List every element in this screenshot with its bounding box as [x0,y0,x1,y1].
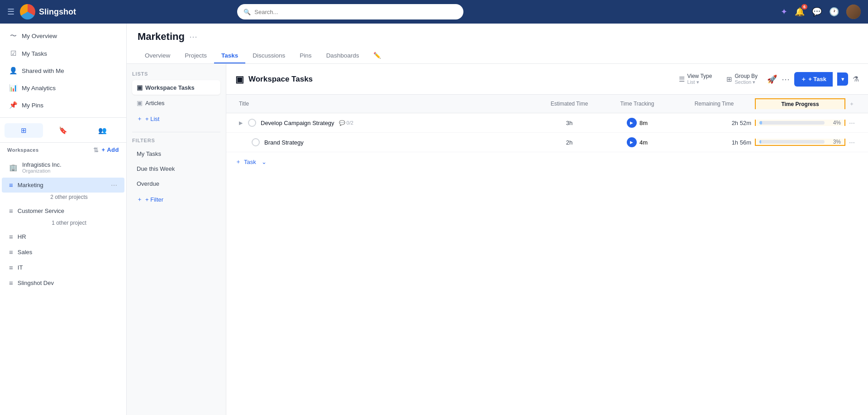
tasks-icon: ☑ [9,49,17,58]
tasks-list-icon: ▣ [235,74,244,85]
filter-due-this-week[interactable]: Due this Week [132,162,220,176]
marketing-other-projects[interactable]: 2 other projects [0,193,126,203]
filter-my-tasks[interactable]: My Tasks [132,147,220,161]
filters-section-title: FILTERS [132,138,220,143]
sort-icon[interactable]: ⇅ [93,146,99,154]
layers-icon: ≡ [9,248,13,256]
ws-item-slingshot-dev[interactable]: ≡ Slingshot Dev ⋯ [2,275,124,290]
add-list-button[interactable]: ＋ + List [132,111,220,126]
main-content: LISTS ▣ Workspace Tasks ⋯ ▣ Articles ⋯ ＋… [127,64,868,415]
group-icon: ⊞ [726,75,732,83]
ws-item-sales[interactable]: ≡ Sales ⋯ [2,245,124,260]
tab-projects[interactable]: Projects [177,48,214,63]
ws-tab-people[interactable]: 👥 [83,123,122,138]
sidebar-item-my-pins[interactable]: 📌 My Pins [0,97,126,114]
notification-badge: 6 [801,4,807,10]
view-type-btn[interactable]: ☰ View Type List ▾ [674,70,717,88]
more-options-icon[interactable]: ⋯ [782,74,790,84]
sidebar-item-label: My Analytics [22,85,56,92]
tasks-toolbar: ▣ Workspace Tasks ☰ View Type List ▾ [226,64,868,95]
sidebar-item-my-tasks[interactable]: ☑ My Tasks [0,45,126,62]
list-item-workspace-tasks[interactable]: ▣ Workspace Tasks ⋯ [132,80,220,95]
ws-tab-layers[interactable]: ⊞ [5,123,43,138]
play-button[interactable]: ▶ [627,137,637,147]
list-item-articles[interactable]: ▣ Articles ⋯ [132,96,220,110]
td-estimated-1: 3h [538,120,601,126]
ws-item-it[interactable]: ≡ IT ⋯ [2,260,124,275]
sidebar-item-my-analytics[interactable]: 📊 My Analytics [0,79,126,97]
sidebar-nav: 〜 My Overview ☑ My Tasks 👤 Shared with M… [0,24,126,118]
avatar[interactable] [846,5,861,19]
ws-item-marketing[interactable]: ≡ Marketing ⋯ [2,178,124,193]
content-area: Marketing ⋯ Overview Projects Tasks Disc… [127,24,868,415]
hamburger-icon[interactable]: ☰ [7,7,14,17]
notification-icon[interactable]: 🔔 6 [795,7,805,17]
play-button[interactable]: ▶ [627,118,637,128]
ws-item-infragistics[interactable]: 🏢 Infragistics Inc. Organization ⋯ [2,158,124,177]
rocket-icon[interactable]: 🚀 [767,74,777,84]
th-time-tracking: Time Tracking [601,101,673,107]
ws-tab-bookmark[interactable]: 🔖 [44,123,82,138]
th-time-progress: Time Progress [755,98,845,109]
tab-discussions[interactable]: Discussions [245,48,292,63]
tab-overview[interactable]: Overview [138,48,177,63]
filter-overdue[interactable]: Overdue [132,177,220,191]
chevron-down-icon[interactable]: ⌄ [262,159,267,165]
ws-item-customer-service[interactable]: ≡ Customer Service ⋯ [2,203,124,218]
expand-icon[interactable]: ▶ [239,120,243,126]
edit-icon[interactable]: ✏️ [366,48,388,63]
add-task-label: + Task [808,76,826,82]
th-add[interactable]: ＋ [845,100,859,108]
view-type-icon: ☰ [679,75,685,83]
layers-icon: ≡ [9,181,13,189]
tab-tasks[interactable]: Tasks [214,48,245,63]
page-tabs: Overview Projects Tasks Discussions Pins… [138,48,857,63]
tracking-time: 4m [639,139,648,146]
add-task-dropdown-btn[interactable]: ▾ [837,72,848,86]
page-more-icon[interactable]: ⋯ [189,32,197,42]
lists-panel: LISTS ▣ Workspace Tasks ⋯ ▣ Articles ⋯ ＋… [127,64,226,415]
more-icon[interactable]: ⋯ [111,182,117,189]
sparkle-icon[interactable]: ✦ [781,7,787,17]
sidebar-item-label: My Tasks [22,50,47,57]
td-progress-2: 3% [755,139,845,146]
add-task-button[interactable]: ＋ + Task [794,72,833,87]
progress-bar-container [759,140,825,144]
add-task-inline-btn[interactable]: ＋ Task [235,158,256,166]
ws-item-hr[interactable]: ≡ HR ⋯ [2,229,124,244]
nav-right: ✦ 🔔 6 💬 🕐 [781,5,861,19]
chat-icon[interactable]: 💬 [812,7,822,17]
td-tracking-1: ▶ 8m [601,118,673,128]
search-input[interactable] [254,9,457,15]
list-item-label: Articles [145,100,165,106]
sidebar-item-shared-with-me[interactable]: 👤 Shared with Me [0,62,126,79]
sidebar-item-my-overview[interactable]: 〜 My Overview [0,27,126,45]
td-actions-2[interactable]: ⋯ [845,139,859,146]
task-complete-checkbox[interactable] [252,138,260,146]
clock-icon[interactable]: 🕐 [829,7,839,17]
tab-dashboards[interactable]: Dashboards [319,48,367,63]
plus-icon: ＋ [137,115,143,123]
table-row: ▶ Develop Campaign Strategy 💬 0/2 3h ▶ 8… [226,113,868,133]
ws-item-name: HR [18,233,106,240]
add-filter-button[interactable]: ＋ + Filter [132,192,220,207]
table-header: Title Estimated Time Time Tracking Remai… [226,95,868,113]
td-actions-1[interactable]: ⋯ [845,120,859,126]
ws-item-name: Infragistics Inc. [22,161,106,168]
search-bar[interactable]: 🔍 [237,4,463,19]
group-by-btn[interactable]: ⊞ Group By Section ▾ [721,70,763,88]
ws-item-name: Marketing [18,182,106,188]
header-actions: ⇅ + Add [93,146,119,154]
progress-bar [759,121,762,125]
shared-icon: 👤 [9,67,17,75]
tab-pins[interactable]: Pins [292,48,319,63]
view-type-label: View Type [687,73,712,79]
add-workspace-btn[interactable]: + Add [101,146,119,154]
customer-service-other-projects[interactable]: 1 other project [0,219,126,229]
filter-icon[interactable]: ⚗ [853,75,859,83]
comment-icon: 💬 [339,120,345,126]
layers-icon: ≡ [9,264,13,271]
task-complete-checkbox[interactable] [248,119,256,127]
th-estimated-time: Estimated Time [538,101,601,107]
top-nav: ☰ Slingshot 🔍 ✦ 🔔 6 💬 🕐 [0,0,868,24]
